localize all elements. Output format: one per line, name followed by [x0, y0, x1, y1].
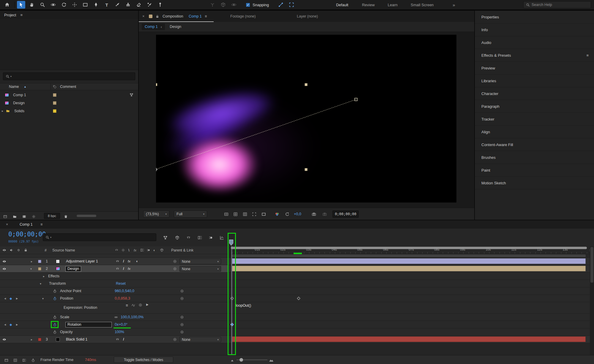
workspace-small-screen[interactable]: Small Screen	[411, 3, 434, 7]
layer-duration-bar[interactable]	[232, 258, 586, 264]
pixel-aspect-icon[interactable]	[260, 210, 267, 218]
time-ruler[interactable]: 01s 02s 03s 04s 05s 06s 07s 08s 09s 10s …	[228, 246, 594, 254]
timeline-vertical-scrollbar[interactable]	[590, 246, 594, 355]
effects-group-row[interactable]: ▸ Effects	[0, 273, 594, 280]
collapse-arrow-icon[interactable]: ▾	[40, 280, 41, 287]
sidebar-item-brushes[interactable]: Brushes	[475, 151, 594, 164]
layer-name-box[interactable]: Design	[65, 265, 81, 272]
motion-path[interactable]	[156, 99, 356, 170]
graph-editor-icon[interactable]	[218, 234, 225, 241]
show-snapshot-icon[interactable]	[321, 210, 328, 218]
current-time-indicator-head[interactable]	[229, 239, 234, 246]
tab-composition-label[interactable]: Composition	[163, 11, 183, 22]
next-keyframe-icon[interactable]: ▶	[16, 295, 18, 302]
expand-inout-duration-icon[interactable]	[21, 357, 27, 363]
solo-column-icon[interactable]	[17, 246, 21, 254]
enable-expression-icon[interactable]: =	[124, 303, 130, 308]
parent-dropdown[interactable]: None▾	[179, 259, 221, 264]
hand-tool-button[interactable]	[28, 1, 36, 9]
position-value[interactable]: 0,0,858,3	[115, 295, 130, 302]
scale-row[interactable]: Scale 100,0,100,0%	[0, 314, 594, 321]
brush-tool-button[interactable]	[113, 1, 122, 9]
parent-dropdown[interactable]: None▾	[179, 337, 221, 342]
shy-switch-icon[interactable]	[116, 258, 119, 265]
close-icon[interactable]: ×	[142, 11, 144, 22]
property-pick-whip-icon[interactable]	[180, 287, 184, 295]
layer-name[interactable]: Design	[65, 266, 81, 272]
clone-stamp-tool-button[interactable]	[124, 1, 132, 9]
layer-visibility-toggle[interactable]	[2, 336, 6, 343]
zoom-out-mountain-icon[interactable]	[229, 357, 235, 363]
puppet-pin-tool-button[interactable]	[156, 1, 164, 9]
sidebar-item-paragraph[interactable]: Paragraph	[475, 100, 594, 113]
interpret-footage-icon[interactable]	[2, 214, 8, 219]
anchor-point-value[interactable]: 960,0,540,0	[115, 287, 134, 295]
quality-switch-icon[interactable]: /	[123, 265, 124, 272]
snap-to-features-icon[interactable]	[287, 1, 296, 9]
orbit-camera-tool-button[interactable]	[49, 1, 57, 9]
collapse-arrow-icon[interactable]: ▾	[30, 265, 32, 272]
transparency-grid-icon[interactable]	[231, 210, 239, 218]
motion-blur-icon[interactable]	[207, 234, 215, 241]
project-settings-icon[interactable]	[31, 214, 36, 219]
transform-group-label[interactable]: Transform	[49, 280, 66, 287]
sidebar-item-audio[interactable]: Audio	[475, 36, 594, 49]
project-item-name[interactable]: Solids	[14, 107, 24, 115]
layer-handle-bottom-right[interactable]	[305, 168, 308, 171]
rotation-name-box[interactable]: Rotation	[65, 321, 112, 328]
home-icon[interactable]	[3, 1, 11, 9]
stopwatch-icon[interactable]	[53, 314, 57, 321]
reset-link[interactable]: Reset	[116, 280, 126, 287]
stopwatch-icon[interactable]	[53, 287, 57, 295]
parent-pick-whip-icon[interactable]	[173, 265, 177, 272]
toggle-switches-modes-button[interactable]: Toggle Switches / Modes	[114, 357, 173, 363]
reset-exposure-icon[interactable]	[283, 210, 291, 218]
workspace-overflow-icon[interactable]: »	[453, 2, 455, 7]
column-comment[interactable]: Comment	[60, 83, 76, 90]
frame-blending-icon[interactable]	[196, 234, 203, 241]
layer-name[interactable]: Black Solid 1	[66, 336, 87, 343]
new-folder-icon[interactable]	[12, 214, 17, 219]
sidebar-item-paint[interactable]: Paint	[475, 164, 594, 177]
new-composition-icon[interactable]	[21, 214, 27, 219]
magnification-dropdown[interactable]: (73,5%) ▾	[143, 211, 169, 218]
sidebar-item-preview[interactable]: Preview	[475, 62, 594, 75]
shy-switch-icon[interactable]	[116, 265, 119, 272]
timeline-zoom-slider-handle[interactable]	[240, 358, 243, 362]
work-area-bar[interactable]	[232, 254, 586, 257]
eraser-tool-button[interactable]	[135, 1, 143, 9]
timeline-search-input[interactable]	[52, 235, 154, 240]
exposure-value[interactable]: +0,0	[294, 208, 301, 220]
collapse-arrow-icon[interactable]: ▾	[42, 295, 44, 302]
sidebar-item-content-aware-fill[interactable]: Content-Aware Fill	[475, 138, 594, 151]
project-row-comp1[interactable]: Comp 1	[0, 91, 138, 99]
eye-column-icon[interactable]	[2, 246, 6, 254]
expression-graph-icon[interactable]	[131, 303, 135, 307]
hide-shy-layers-icon[interactable]	[185, 234, 192, 241]
sidebar-item-effects-presets[interactable]: Effects & Presets≡	[475, 49, 594, 62]
help-search-input[interactable]	[532, 3, 576, 7]
motion-blur-header-icon[interactable]	[147, 246, 151, 254]
expression-row[interactable]: Expression: Position = ▶ loopOut()	[0, 302, 594, 314]
draft-3d-icon[interactable]	[174, 234, 181, 241]
sidebar-item-tracker[interactable]: Tracker	[475, 113, 594, 126]
timeline-tab-label[interactable]: Comp 1	[20, 220, 33, 229]
layer-duration-bar[interactable]	[232, 336, 586, 342]
sidebar-item-info[interactable]: Info	[475, 23, 594, 36]
label-color-chip[interactable]	[53, 91, 56, 99]
column-name[interactable]: Name	[9, 83, 19, 90]
rotation-keyframe[interactable]	[230, 323, 234, 326]
scale-label[interactable]: Scale	[60, 314, 69, 321]
expand-arrow-icon[interactable]: ▸	[31, 336, 32, 343]
rotation-row[interactable]: ◀ ◆ ▶ Rotation 0x+0,0°	[0, 321, 594, 328]
timeline-search-box[interactable]: ▾	[43, 233, 156, 241]
layer-duration-bar[interactable]	[232, 266, 586, 271]
anchor-point-row[interactable]: Anchor Point 960,0,540,0	[0, 287, 594, 295]
help-search-box[interactable]	[523, 1, 591, 8]
breadcrumb-comp-pill[interactable]: Comp 1 ‹	[142, 23, 165, 30]
quality-switch-icon[interactable]: /	[123, 336, 124, 343]
project-search-input[interactable]	[12, 74, 133, 79]
next-keyframe-icon[interactable]: ▶	[16, 321, 18, 328]
previous-keyframe-icon[interactable]: ◀	[4, 295, 6, 302]
adjustment-switch-icon[interactable]: ◐	[136, 258, 138, 265]
